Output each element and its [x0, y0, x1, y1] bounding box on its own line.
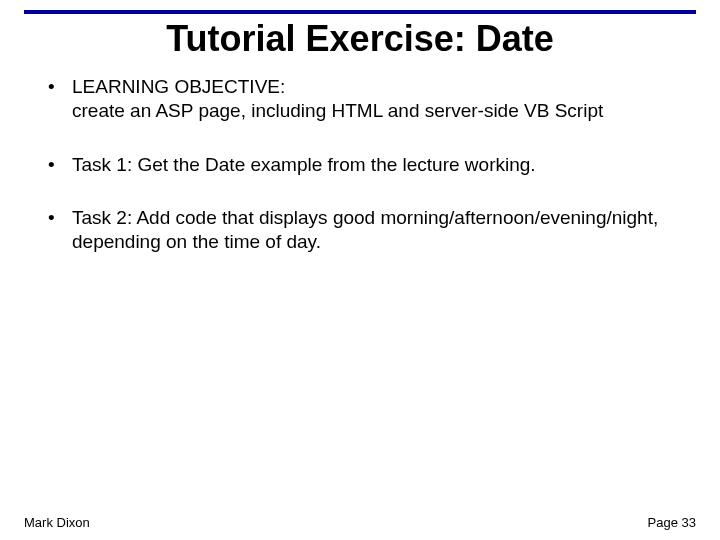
bullet-dot-icon: • [48, 153, 72, 177]
slide-footer: Mark Dixon Page 33 [24, 515, 696, 530]
bullet-text: Task 2: Add code that displays good morn… [72, 206, 688, 254]
slide-content: • LEARNING OBJECTIVE:create an ASP page,… [48, 75, 688, 284]
bullet-text: Task 1: Get the Date example from the le… [72, 153, 688, 177]
bullet-item: • LEARNING OBJECTIVE:create an ASP page,… [48, 75, 688, 123]
bullet-text: LEARNING OBJECTIVE:create an ASP page, i… [72, 75, 688, 123]
footer-page: Page 33 [648, 515, 696, 530]
bullet-item: • Task 1: Get the Date example from the … [48, 153, 688, 177]
bullet-dot-icon: • [48, 206, 72, 230]
bullet-item: • Task 2: Add code that displays good mo… [48, 206, 688, 254]
slide-title: Tutorial Exercise: Date [0, 18, 720, 60]
footer-author: Mark Dixon [24, 515, 90, 530]
bullet-dot-icon: • [48, 75, 72, 99]
title-rule [24, 10, 696, 14]
